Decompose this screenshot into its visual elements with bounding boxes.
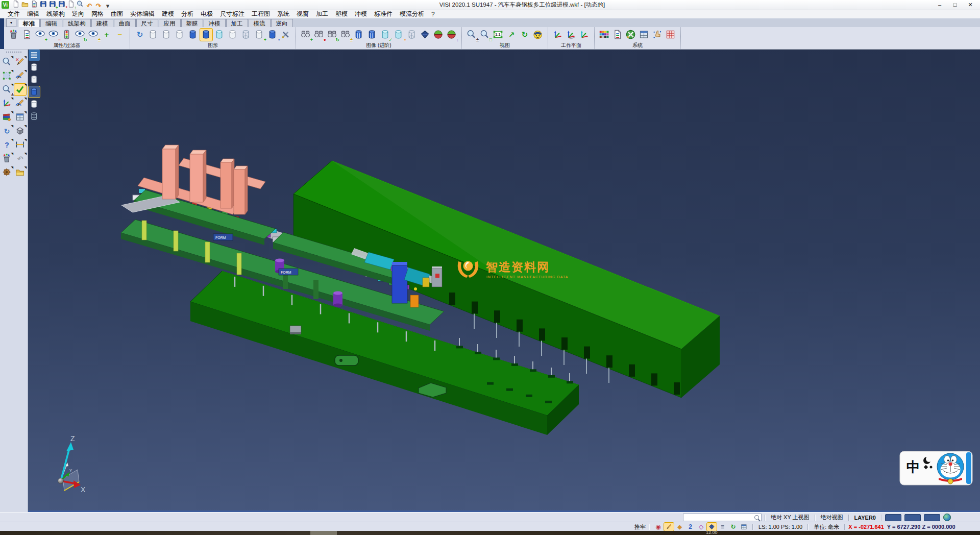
save-as-icon[interactable]: +: [48, 0, 57, 9]
shade-view-icon[interactable]: [532, 29, 544, 41]
copy-graphics-icon[interactable]: +: [253, 29, 265, 41]
menu-item-12[interactable]: 工程图: [248, 10, 274, 18]
zoom-extents-icon[interactable]: ↗: [505, 29, 518, 41]
material-mode-icon[interactable]: [366, 29, 378, 41]
export-icon[interactable]: ↑: [66, 0, 76, 9]
menu-item-20[interactable]: ?: [428, 11, 438, 18]
system-settings-icon[interactable]: [625, 29, 637, 41]
zoom-actual-icon[interactable]: 1:1: [492, 29, 504, 41]
selection-frame-icon[interactable]: ◥: [1, 70, 13, 82]
menu-item-8[interactable]: 建模: [158, 10, 178, 18]
globe-icon[interactable]: [943, 514, 951, 521]
ribbon-tab-编辑[interactable]: 编辑: [40, 19, 62, 27]
open-folder-icon[interactable]: [20, 0, 30, 9]
sketch-spline-icon[interactable]: ◥: [14, 70, 26, 82]
regen-view-icon[interactable]: ↻: [134, 29, 146, 41]
select-examine-icon[interactable]: ◥: [1, 56, 13, 68]
view-menu-icon[interactable]: [29, 50, 40, 61]
flat-mode-icon[interactable]: [227, 29, 239, 41]
maximize-button[interactable]: □: [947, 1, 963, 9]
mesh-mode-icon[interactable]: [240, 29, 252, 41]
multi-view-icon[interactable]: [739, 523, 749, 531]
ribbon-tab-建模[interactable]: 建模: [91, 19, 113, 27]
help-icon[interactable]: ?◥: [1, 139, 13, 151]
show-add-icon[interactable]: +: [34, 29, 46, 41]
save-all-icon[interactable]: *: [57, 0, 66, 9]
workplane-view-icon[interactable]: [578, 29, 591, 41]
graphics-settings-icon[interactable]: [280, 29, 292, 41]
texture-mode-icon[interactable]: [353, 29, 365, 41]
workplane-xyz-icon[interactable]: [552, 29, 564, 41]
wireframe-mode-icon[interactable]: [147, 29, 159, 41]
paint-filter-icon[interactable]: [8, 29, 20, 41]
rotate-view-icon[interactable]: ↻: [519, 29, 531, 41]
adv-toggle-icon[interactable]: ±: [339, 29, 352, 41]
active-layer-indicator[interactable]: LAYER0: [852, 515, 878, 521]
menu-item-5[interactable]: 网格: [88, 10, 107, 18]
menu-item-18[interactable]: 标准件: [371, 10, 396, 18]
delete-icon[interactable]: ◥: [1, 153, 13, 164]
hidden-line-mode-icon[interactable]: [160, 29, 173, 41]
ribbon-tab-线架构[interactable]: 线架构: [63, 19, 91, 27]
float-hidden-line-icon[interactable]: [29, 74, 40, 85]
line-color-swatch[interactable]: [904, 514, 921, 521]
assist-level-icon[interactable]: 2: [685, 523, 695, 531]
ribbon-tab-应用[interactable]: 应用: [159, 19, 181, 27]
menu-item-13[interactable]: 系统: [274, 10, 293, 18]
toolbar-grip[interactable]: [6, 52, 21, 53]
view-mode-indicator[interactable]: 绝对 XY 上视图: [769, 514, 812, 521]
menu-item-6[interactable]: 曲面: [107, 10, 127, 18]
adv-filter-icon[interactable]: ●: [313, 29, 325, 41]
menu-item-4[interactable]: 逆向: [68, 10, 88, 18]
tab-dropdown-button[interactable]: ▼: [6, 18, 16, 27]
menu-item-14[interactable]: 视窗: [293, 10, 312, 18]
selection-settings-icon[interactable]: [651, 29, 664, 41]
pick-filter-icon[interactable]: [664, 523, 674, 531]
absolute-view-indicator[interactable]: 绝对视图: [819, 514, 845, 521]
save-icon[interactable]: [39, 0, 48, 9]
render-export-icon[interactable]: ↓: [446, 29, 458, 41]
menu-item-17[interactable]: 冲模: [351, 10, 371, 18]
open-recent-icon[interactable]: ◥: [14, 166, 26, 178]
render-sphere-icon[interactable]: [432, 29, 445, 41]
transparent-mode-icon[interactable]: [213, 29, 226, 41]
ribbon-tab-模流[interactable]: 模流: [249, 19, 271, 27]
ribbon-tab-冲模[interactable]: 冲模: [204, 19, 226, 27]
shaded-mode-icon[interactable]: [187, 29, 199, 41]
hide-all-icon[interactable]: −: [114, 29, 126, 41]
workplane-face-icon[interactable]: [565, 29, 577, 41]
copy-image-icon[interactable]: ▪: [393, 29, 405, 41]
new-doc-icon[interactable]: [11, 0, 20, 9]
confirm-icon[interactable]: ◥: [14, 84, 26, 95]
menu-item-19[interactable]: 模流分析: [396, 10, 428, 18]
grid-settings-icon[interactable]: [665, 29, 677, 41]
solid-body-icon[interactable]: ◥: [14, 125, 26, 137]
ribbon-tab-加工[interactable]: 加工: [226, 19, 248, 27]
undo-icon[interactable]: ↶: [85, 1, 94, 10]
menu-item-11[interactable]: 尺寸标注: [216, 10, 248, 18]
snap-disable-icon[interactable]: ◇: [696, 523, 706, 531]
preview-icon[interactable]: [76, 0, 85, 9]
mesh-image-icon[interactable]: [406, 29, 418, 41]
show-all-icon[interactable]: +: [101, 29, 113, 41]
viewports-icon[interactable]: ◥: [14, 111, 26, 123]
adv-refresh-icon[interactable]: ↻: [326, 29, 338, 41]
menu-item-2[interactable]: 编辑: [23, 10, 43, 18]
snap-magnet-icon[interactable]: ◆: [675, 523, 684, 531]
menu-item-1[interactable]: 文件: [4, 10, 23, 18]
ribbon-tab-尺寸[interactable]: 尺寸: [136, 19, 158, 27]
toggle-visibility-icon[interactable]: ±: [87, 29, 100, 41]
float-wireframe-icon[interactable]: [29, 62, 40, 73]
menu-item-15[interactable]: 加工: [312, 10, 332, 18]
menu-item-16[interactable]: 塑模: [332, 10, 351, 18]
snap-lock-label[interactable]: 拴牢: [634, 523, 646, 531]
measure-icon[interactable]: ◥: [14, 139, 26, 151]
validate-shading-icon[interactable]: ✓: [379, 29, 391, 41]
qat-customize-icon[interactable]: ▾: [103, 1, 112, 10]
edit-curve-icon[interactable]: ◥: [14, 98, 26, 109]
filter-traffic-icon[interactable]: [61, 29, 73, 41]
adv-show-add-icon[interactable]: +: [300, 29, 312, 41]
window-settings-icon[interactable]: [638, 29, 650, 41]
color-table-icon[interactable]: [611, 29, 624, 41]
shaded-edges-mode-icon[interactable]: [200, 29, 212, 41]
